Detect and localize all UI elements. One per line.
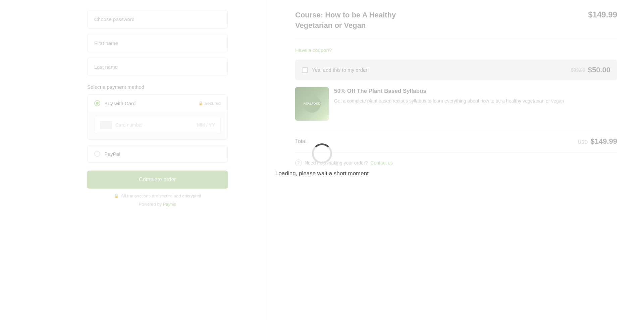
loading-text: Loading, please wait a short moment [275, 170, 369, 177]
loading-overlay: Loading, please wait a short moment [0, 0, 644, 320]
loading-spinner [312, 143, 332, 164]
